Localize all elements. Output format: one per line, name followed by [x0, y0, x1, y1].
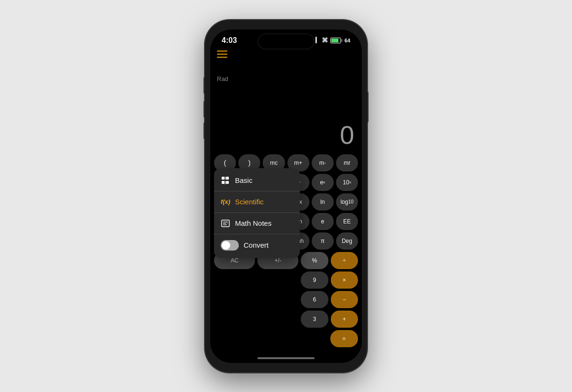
num-row-789: 9 × [214, 271, 358, 289]
btn-ln[interactable]: ln [312, 193, 334, 211]
convert-label: Convert [244, 241, 269, 249]
btn-subtract[interactable]: − [331, 291, 358, 308]
battery-icon [330, 38, 342, 43]
btn-divide[interactable]: ÷ [331, 252, 358, 269]
btn-9[interactable]: 9 [301, 271, 328, 289]
menu-item-basic[interactable]: Basic [214, 171, 300, 190]
btn-mminus[interactable]: m- [312, 154, 334, 171]
btn-e[interactable]: e [312, 213, 334, 230]
home-indicator [210, 353, 362, 363]
btn-ex[interactable]: ex [312, 174, 334, 191]
btn-multiply[interactable]: × [331, 271, 358, 289]
hamburger-menu-button[interactable] [217, 50, 227, 60]
svg-rect-5 [222, 181, 225, 184]
wifi-icon: ⌘ [322, 37, 328, 44]
menu-math-notes-label: Math Notes [235, 219, 272, 227]
status-time: 4:03 [222, 36, 237, 45]
display-area: 0 [210, 47, 362, 152]
calculator-content: Rad 0 ( ) mc m+ m- mr 2nd x2 [210, 47, 362, 353]
btn-add[interactable]: + [331, 311, 358, 328]
phone-screen: 4:03 ▎▎▎ ⌘ 64 [210, 30, 362, 363]
btn-equals[interactable]: = [330, 330, 358, 347]
convert-row: Convert [214, 235, 300, 255]
mode-dropdown: Basic f(x) Scientific [214, 168, 300, 258]
toggle-knob [222, 241, 230, 250]
menu-item-math-notes[interactable]: ≈ Math Notes [214, 214, 300, 233]
svg-rect-1 [217, 53, 227, 55]
btn-6[interactable]: 6 [301, 291, 328, 308]
btn-log10[interactable]: log10 [336, 193, 358, 211]
num-row-0eq: . = [214, 330, 358, 347]
btn-ee[interactable]: EE [336, 213, 358, 230]
btn-10x[interactable]: 10x [336, 174, 358, 191]
btn-percent[interactable]: % [301, 252, 328, 269]
num-row-456: 6 − [214, 291, 358, 308]
menu-basic-label: Basic [235, 176, 253, 184]
convert-toggle[interactable] [221, 240, 239, 251]
btn-deg[interactable]: Deg [336, 232, 358, 250]
menu-divider-2 [214, 212, 300, 213]
display-value: 0 [340, 120, 354, 150]
home-bar [257, 357, 315, 359]
menu-item-scientific[interactable]: f(x) Scientific [214, 192, 300, 211]
num-row-123: 3 + [214, 311, 358, 328]
dynamic-island [257, 33, 315, 50]
btn-pi[interactable]: π [312, 232, 334, 250]
phone-device: 4:03 ▎▎▎ ⌘ 64 [205, 20, 367, 372]
svg-text:≈: ≈ [226, 221, 228, 224]
svg-rect-2 [217, 57, 227, 58]
menu-divider-1 [214, 191, 300, 191]
menu-scientific-label: Scientific [235, 198, 264, 206]
battery-percent: 64 [345, 38, 350, 43]
svg-rect-6 [226, 181, 229, 184]
svg-rect-4 [226, 177, 229, 180]
menu-divider-3 [214, 234, 300, 234]
rad-label: Rad [217, 75, 228, 82]
btn-mr[interactable]: mr [336, 154, 358, 171]
math-notes-icon: ≈ [221, 219, 230, 228]
svg-rect-0 [217, 50, 227, 52]
svg-rect-3 [222, 177, 225, 180]
btn-3[interactable]: 3 [301, 311, 328, 328]
grid-icon [221, 176, 230, 185]
fx-icon: f(x) [221, 197, 230, 207]
